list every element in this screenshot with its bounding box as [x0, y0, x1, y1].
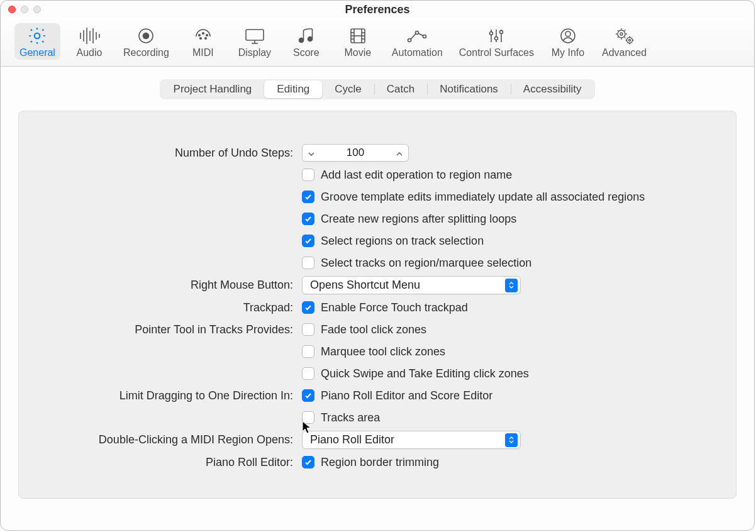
svg-point-38: [490, 32, 493, 35]
tracks-area-limit-label: Tracks area: [321, 411, 380, 424]
marquee-zones-checkbox[interactable]: [302, 345, 314, 358]
dropdown-icon: [505, 279, 518, 292]
subtab-project-handling[interactable]: Project Handling: [161, 80, 265, 98]
gear-icon: [25, 26, 50, 46]
prefs-toolbar: General Audio Recording MIDI Display: [1, 18, 754, 67]
tab-label: My Info: [552, 47, 584, 58]
automation-icon: [404, 26, 430, 46]
display-icon: [242, 26, 267, 46]
svg-point-46: [628, 40, 630, 42]
tab-movie[interactable]: Movie: [335, 23, 381, 60]
tab-label: MIDI: [192, 47, 214, 58]
tab-display[interactable]: Display: [232, 23, 277, 60]
editing-panel: Number of Undo Steps: 100: [18, 111, 737, 499]
trackpad-label: Trackpad:: [38, 301, 302, 314]
stepper-down-icon[interactable]: [303, 147, 320, 160]
groove-template-checkbox[interactable]: [302, 191, 314, 203]
svg-line-33: [411, 34, 416, 40]
svg-point-14: [205, 38, 207, 40]
subtab-catch[interactable]: Catch: [374, 80, 427, 98]
tab-label: Advanced: [602, 47, 647, 58]
select-tracks-label: Select tracks on region/marquee selectio…: [321, 257, 531, 270]
undo-steps-value: 100: [320, 147, 391, 159]
svg-point-19: [308, 37, 312, 42]
quick-swipe-label: Quick Swipe and Take Editing click zones: [321, 367, 529, 380]
pointer-tool-label: Pointer Tool in Tracks Provides:: [38, 323, 302, 336]
piano-roll-limit-label: Piano Roll Editor and Score Editor: [321, 389, 492, 402]
force-touch-label: Enable Force Touch trackpad: [321, 301, 468, 314]
select-regions-checkbox[interactable]: [302, 235, 314, 247]
svg-point-11: [199, 35, 201, 36]
svg-point-43: [618, 30, 625, 38]
tab-label: Display: [238, 47, 271, 58]
groove-template-label: Groove template edits immediately update…: [321, 191, 645, 204]
svg-point-10: [203, 33, 204, 35]
score-icon: [294, 26, 319, 46]
subtab-editing[interactable]: Editing: [264, 80, 322, 98]
tab-label: Movie: [345, 47, 372, 58]
region-border-checkbox[interactable]: [302, 456, 314, 468]
tab-recording[interactable]: Recording: [118, 23, 174, 60]
stepper-up-icon[interactable]: [391, 147, 408, 160]
marquee-zones-label: Marquee tool click zones: [321, 345, 445, 358]
waveform-icon: [77, 26, 102, 46]
tab-score[interactable]: Score: [284, 23, 329, 60]
tab-automation[interactable]: Automation: [387, 23, 448, 60]
select-tracks-checkbox[interactable]: [302, 257, 314, 269]
tab-my-info[interactable]: My Info: [545, 23, 591, 60]
gears-icon: [612, 26, 637, 46]
undo-steps-stepper[interactable]: 100: [302, 144, 409, 162]
create-regions-checkbox[interactable]: [302, 213, 314, 225]
fade-zones-checkbox[interactable]: [302, 323, 314, 336]
double-click-value: Piano Roll Editor: [310, 433, 394, 446]
film-icon: [345, 26, 370, 46]
svg-point-13: [200, 38, 202, 40]
svg-point-0: [35, 33, 40, 39]
titlebar: Preferences: [1, 1, 754, 18]
force-touch-checkbox[interactable]: [302, 301, 314, 314]
piano-roll-limit-checkbox[interactable]: [302, 389, 314, 402]
svg-point-9: [143, 33, 149, 39]
tab-label: Automation: [392, 47, 443, 58]
double-click-label: Double-Clicking a MIDI Region Opens:: [38, 433, 302, 446]
tracks-area-limit-checkbox[interactable]: [302, 411, 314, 424]
double-click-select[interactable]: Piano Roll Editor: [302, 431, 521, 449]
undo-steps-label: Number of Undo Steps:: [38, 147, 302, 160]
quick-swipe-checkbox[interactable]: [302, 367, 314, 380]
right-mouse-select[interactable]: Opens Shortcut Menu: [302, 276, 521, 294]
right-mouse-label: Right Mouse Button:: [38, 279, 302, 292]
region-border-label: Region border trimming: [321, 456, 439, 469]
tab-label: Control Surfaces: [459, 47, 534, 58]
subtab-notifications[interactable]: Notifications: [427, 80, 511, 98]
tab-label: Score: [293, 47, 320, 58]
svg-point-12: [206, 35, 208, 36]
svg-point-40: [500, 31, 503, 34]
piano-roll-editor-label: Piano Roll Editor:: [38, 456, 302, 469]
svg-point-42: [565, 31, 570, 36]
tab-audio[interactable]: Audio: [67, 23, 112, 60]
svg-point-44: [620, 33, 623, 35]
add-last-edit-checkbox[interactable]: [302, 169, 314, 181]
right-mouse-value: Opens Shortcut Menu: [310, 279, 420, 292]
svg-line-34: [418, 33, 423, 36]
sliders-icon: [484, 26, 509, 46]
tab-advanced[interactable]: Advanced: [597, 23, 652, 60]
subtab-segment: Project Handling Editing Cycle Catch Not…: [160, 79, 596, 99]
select-regions-label: Select regions on track selection: [321, 235, 484, 248]
limit-dragging-label: Limit Dragging to One Direction In:: [38, 389, 302, 402]
add-last-edit-label: Add last edit operation to region name: [321, 169, 512, 182]
tab-label: Recording: [123, 47, 169, 58]
tab-control-surfaces[interactable]: Control Surfaces: [454, 23, 539, 60]
midi-icon: [191, 26, 216, 46]
svg-point-18: [299, 38, 303, 43]
tab-general[interactable]: General: [14, 23, 60, 60]
tab-midi[interactable]: MIDI: [181, 23, 226, 60]
dropdown-icon: [505, 433, 518, 447]
create-regions-label: Create new regions after splitting loops: [321, 213, 516, 226]
subtab-accessibility[interactable]: Accessibility: [511, 80, 594, 98]
subtab-cycle[interactable]: Cycle: [322, 80, 374, 98]
svg-point-45: [626, 38, 632, 43]
svg-rect-15: [246, 30, 264, 40]
tab-label: Audio: [76, 47, 102, 58]
record-icon: [133, 26, 158, 46]
